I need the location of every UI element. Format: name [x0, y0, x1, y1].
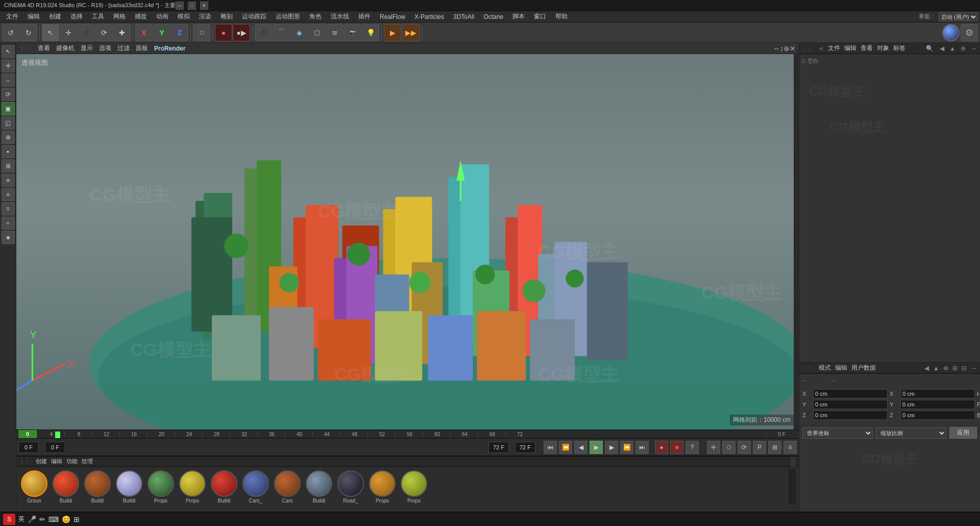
auto-key-button[interactable]: ≡	[783, 441, 797, 454]
material-item-props1[interactable]: Props	[146, 470, 176, 504]
obj-menu-edit[interactable]: 编辑	[844, 44, 856, 53]
attr-zoom-in[interactable]: ⊞	[952, 365, 958, 372]
world-coord-select[interactable]: 世界坐标	[802, 427, 873, 439]
menu-realflow[interactable]: RealFlow	[376, 12, 409, 21]
maximize-button[interactable]: □	[188, 2, 196, 10]
material-item-props4[interactable]: Props	[399, 470, 429, 504]
vp-menu-options[interactable]: 选项	[99, 44, 111, 53]
rotate-button[interactable]: ⟳	[95, 24, 113, 41]
obj-filter-icon[interactable]: ▲	[949, 45, 955, 52]
material-item-building5[interactable]: Buildi	[304, 470, 334, 504]
all-keys-button[interactable]: ⊞	[768, 441, 781, 454]
ime-emoji[interactable]: 😊	[62, 515, 70, 523]
left-poly-btn[interactable]: ▣	[2, 102, 15, 115]
menu-script[interactable]: 脚本	[508, 11, 529, 22]
spline-button[interactable]: ⌒	[273, 24, 290, 41]
render-preview-button[interactable]: ▶	[384, 24, 401, 41]
cube-button[interactable]: ⬛	[255, 24, 272, 41]
vp-menu-display[interactable]: 显示	[81, 44, 93, 53]
axis-z-button[interactable]: Z	[171, 24, 188, 41]
vp-menu-prorender[interactable]: ProRender	[154, 45, 185, 52]
move-button[interactable]: ✛	[60, 24, 77, 41]
camera-button[interactable]: 📷	[344, 24, 361, 41]
material-strip-scrollbar[interactable]	[789, 469, 796, 505]
render-button[interactable]: ▶▶	[402, 24, 420, 41]
select-button[interactable]: ↖	[42, 24, 59, 41]
timeline-ticks[interactable]: 4 8 12 16 20 24 28 32 36 40 44 48 52 56 …	[37, 432, 766, 437]
menu-create[interactable]: 创建	[45, 11, 65, 22]
prev-key-button[interactable]: ⏪	[559, 441, 572, 454]
menu-plugins[interactable]: 插件	[354, 11, 375, 22]
attr-zoom-out[interactable]: ⊟	[962, 365, 967, 372]
play-button[interactable]: ▶	[590, 441, 603, 454]
obj-settings-icon[interactable]: ◀	[940, 45, 944, 52]
minimize-button[interactable]: —	[176, 2, 184, 10]
menu-sculpt[interactable]: 雕刻	[216, 11, 237, 22]
menu-file[interactable]: 文件	[2, 11, 22, 22]
material-item-cars2[interactable]: Cars	[273, 470, 302, 504]
material-item-props2[interactable]: Props	[178, 470, 207, 504]
left-move-btn[interactable]: ✛	[2, 59, 15, 73]
menu-help[interactable]: 帮助	[551, 11, 572, 22]
move-key-button[interactable]: ✛	[707, 441, 720, 454]
scale-button[interactable]: ⬛	[78, 24, 95, 41]
material-item-building1[interactable]: Buildi	[51, 470, 81, 504]
ime-lang[interactable]: 英	[18, 515, 24, 523]
env-button[interactable]: ≋	[326, 24, 344, 41]
axis-x-button[interactable]: X	[135, 24, 153, 41]
material-item-road[interactable]: Road_	[336, 470, 365, 504]
left-snap-btn[interactable]: ⊞	[2, 159, 15, 173]
record-button[interactable]: ●	[215, 24, 232, 41]
render-settings-button[interactable]: ⚙	[961, 24, 978, 41]
menu-xparticles[interactable]: X-Particles	[410, 12, 448, 21]
ime-draw[interactable]: ✏	[39, 515, 45, 523]
transform-button[interactable]: ✚	[113, 24, 131, 41]
menu-mesh[interactable]: 网格	[109, 11, 130, 22]
mat-menu-texture[interactable]: 纹理	[82, 458, 93, 465]
total-frames-input[interactable]	[515, 442, 535, 453]
ime-s-icon[interactable]: S	[3, 514, 15, 525]
pos-z-input[interactable]	[813, 411, 888, 420]
rot-z-input[interactable]	[900, 411, 975, 420]
left-coord-btn[interactable]: ⊜	[2, 188, 15, 201]
rot-y-input[interactable]	[900, 400, 975, 409]
redo-button[interactable]: ↻	[20, 24, 37, 41]
menu-animate[interactable]: 动画	[152, 11, 173, 22]
rot-x-input[interactable]	[900, 389, 975, 398]
viewport-scrollbar[interactable]	[794, 54, 799, 429]
obj-menu-view[interactable]: 查看	[861, 44, 873, 53]
material-item-building4[interactable]: Buildi	[209, 470, 239, 504]
deform-button[interactable]: ⬡	[308, 24, 326, 41]
obj-menu-tag[interactable]: 标签	[893, 44, 905, 53]
mat-scrollbar-up[interactable]	[791, 457, 796, 467]
ime-mic[interactable]: 🎤	[28, 515, 36, 523]
record-anim-button[interactable]: ●	[655, 441, 668, 454]
obj-expand-icon[interactable]: ↔	[971, 45, 977, 52]
attr-nav-home[interactable]: ⊕	[943, 365, 948, 372]
nurbs-button[interactable]: ◈	[290, 24, 308, 41]
left-layer-btn[interactable]: ≡	[2, 217, 15, 230]
left-point-btn[interactable]: ⊕	[2, 131, 15, 144]
menu-octane[interactable]: Octane	[479, 12, 507, 21]
next-key-button[interactable]: ⏩	[620, 441, 633, 454]
3d-viewport[interactable]: 透视视图	[16, 54, 799, 429]
menu-simulate[interactable]: 模拟	[174, 11, 194, 22]
menu-window[interactable]: 窗口	[530, 11, 550, 22]
material-item-building3[interactable]: Buildi	[114, 470, 144, 504]
material-item-ground[interactable]: Groun	[19, 470, 49, 504]
attr-nav-left[interactable]: ◀	[924, 365, 929, 372]
obj-more-icon[interactable]: ⊕	[961, 45, 966, 52]
prev-frame-button[interactable]: ◀	[574, 441, 587, 454]
next-frame-button[interactable]: ▶	[605, 441, 618, 454]
menu-render[interactable]: 渲染	[195, 11, 215, 22]
go-end-button[interactable]: ⏭	[635, 441, 649, 454]
obj-menu-object[interactable]: 对象	[877, 44, 889, 53]
menu-3dtoall[interactable]: 3DToAll	[449, 12, 478, 21]
mat-menu-create[interactable]: 创建	[36, 458, 47, 465]
attr-menu-userdata[interactable]: 用户数据	[851, 364, 876, 372]
go-start-button[interactable]: ⏮	[544, 441, 557, 454]
attr-menu-edit[interactable]: 编辑	[835, 364, 847, 372]
current-frame-input[interactable]	[45, 442, 65, 453]
scale-select[interactable]: 缩放比例	[876, 427, 946, 439]
attr-expand[interactable]: ↔	[971, 365, 977, 372]
